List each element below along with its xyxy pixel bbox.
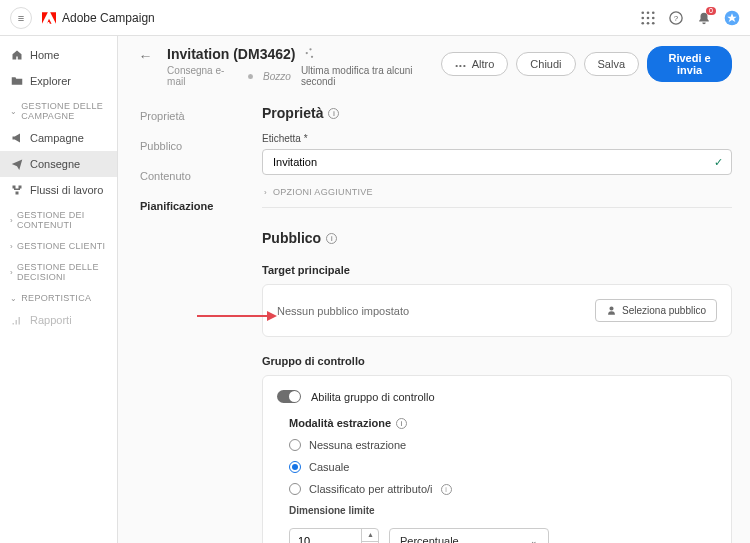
svg-point-14 <box>311 56 313 58</box>
adobe-icon <box>42 11 56 25</box>
radio-none[interactable]: Nessuna estrazione <box>289 439 717 451</box>
info-icon[interactable]: i <box>396 418 407 429</box>
sidenav-label: Campagne <box>30 132 84 144</box>
sidenav-rapporti[interactable]: Rapporti <box>0 307 117 333</box>
tabs: Proprietà Pubblico Contenuto Pianificazi… <box>136 101 236 543</box>
chevron-right-icon: › <box>10 216 13 225</box>
size-type-select[interactable]: Percentuale ⌄ <box>389 528 549 543</box>
sidenav-home[interactable]: Home <box>0 42 117 68</box>
settings-icon[interactable] <box>303 47 315 61</box>
sidenav: Home Explorer ⌄GESTIONE DELLE CAMPAGNE C… <box>0 36 118 543</box>
apps-icon[interactable] <box>640 10 656 26</box>
sidenav-consegne[interactable]: Consegne <box>0 151 117 177</box>
audience-icon <box>606 305 617 316</box>
sidenav-group[interactable]: ›GESTIONE DEI CONTENUTI <box>0 203 117 234</box>
more-button[interactable]: Altro <box>441 52 508 76</box>
accordion-more-options[interactable]: › OPZIONI AGGIUNTIVE <box>262 177 732 208</box>
help-icon[interactable]: ? <box>668 10 684 26</box>
enable-control-toggle[interactable] <box>277 390 301 403</box>
svg-text:?: ? <box>674 13 679 22</box>
folder-icon <box>10 74 24 88</box>
no-audience-text: Nessun pubblico impostato <box>277 305 409 317</box>
sidenav-group[interactable]: ⌄GESTIONE DELLE CAMPAGNE <box>0 94 117 125</box>
sidenav-group[interactable]: ⌄REPORTISTICA <box>0 286 117 307</box>
home-icon <box>10 48 24 62</box>
tab-pianificazione[interactable]: Pianificazione <box>136 191 236 221</box>
menu-toggle[interactable]: ≡ <box>10 7 32 29</box>
chart-icon <box>10 313 24 327</box>
select-audience-button[interactable]: Seleziona pubblico <box>595 299 717 322</box>
radio-attribute[interactable]: Classificato per attributo/i i <box>289 483 717 495</box>
sidenav-label: Flussi di lavoro <box>30 184 103 196</box>
svg-point-7 <box>647 21 650 24</box>
etichetta-input[interactable] <box>262 149 732 175</box>
chevron-down-icon: ⌄ <box>10 107 17 116</box>
svg-point-6 <box>641 21 644 24</box>
app-name: Adobe Campaign <box>62 11 155 25</box>
notification-badge: 0 <box>706 7 716 15</box>
etichetta-label: Etichetta <box>262 133 732 144</box>
svg-point-2 <box>652 11 655 14</box>
send-icon <box>10 157 24 171</box>
back-button[interactable]: ← <box>136 46 155 66</box>
chevron-down-icon: ⌄ <box>530 536 538 543</box>
target-card: Nessun pubblico impostato Seleziona pubb… <box>262 284 732 337</box>
workflow-icon <box>10 183 24 197</box>
sidenav-campagne[interactable]: Campagne <box>0 125 117 151</box>
sidenav-label: Consegne <box>30 158 80 170</box>
sidenav-label: Explorer <box>30 75 71 87</box>
check-icon: ✓ <box>714 156 723 169</box>
tab-proprieta[interactable]: Proprietà <box>136 101 236 131</box>
svg-point-0 <box>641 11 644 14</box>
chevron-down-icon: ⌄ <box>10 294 17 303</box>
app-logo[interactable]: Adobe Campaign <box>42 11 155 25</box>
step-up[interactable]: ▲ <box>362 528 379 542</box>
info-icon[interactable]: i <box>328 108 339 119</box>
info-icon[interactable]: i <box>326 233 337 244</box>
svg-point-5 <box>652 16 655 19</box>
info-icon[interactable]: i <box>441 484 452 495</box>
delivery-type: Consegna e-mail <box>167 65 238 87</box>
control-title: Gruppo di controllo <box>262 355 732 367</box>
sidenav-flussi[interactable]: Flussi di lavoro <box>0 177 117 203</box>
svg-point-4 <box>647 16 650 19</box>
radio-icon <box>289 461 301 473</box>
svg-point-12 <box>310 48 312 50</box>
sidenav-explorer[interactable]: Explorer <box>0 68 117 94</box>
radio-icon <box>289 483 301 495</box>
control-card: Abilita gruppo di controllo Modalità est… <box>262 375 732 543</box>
chevron-right-icon: › <box>264 188 267 197</box>
svg-point-8 <box>652 21 655 24</box>
dot-icon <box>248 74 253 79</box>
radio-random[interactable]: Casuale <box>289 461 717 473</box>
section-pubblico-title: Pubblico i <box>262 230 732 246</box>
sidenav-label: Home <box>30 49 59 61</box>
sidenav-label: Rapporti <box>30 314 72 326</box>
section-proprieta-title: Proprietà i <box>262 105 732 121</box>
size-label: Dimensione limite <box>289 505 717 516</box>
extraction-mode-label: Modalità estrazione i <box>289 417 717 429</box>
chevron-right-icon: › <box>10 268 13 277</box>
owner: Bozzo <box>263 71 291 82</box>
svg-point-1 <box>647 11 650 14</box>
page-title: Invitation (DM3462) <box>167 46 295 62</box>
last-modified: Ultima modifica tra alcuni secondi <box>301 65 441 87</box>
megaphone-icon <box>10 131 24 145</box>
avatar[interactable] <box>724 10 740 26</box>
save-button[interactable]: Salva <box>584 52 640 76</box>
chevron-right-icon: › <box>10 242 13 251</box>
svg-point-3 <box>641 16 644 19</box>
svg-point-13 <box>306 52 308 54</box>
target-title: Target principale <box>262 264 732 276</box>
tab-contenuto[interactable]: Contenuto <box>136 161 236 191</box>
notifications-icon[interactable]: 0 <box>696 10 712 26</box>
review-send-button[interactable]: Rivedi e invia <box>647 46 732 82</box>
tab-pubblico[interactable]: Pubblico <box>136 131 236 161</box>
radio-icon <box>289 439 301 451</box>
sidenav-group[interactable]: ›GESTIONE CLIENTI <box>0 234 117 255</box>
enable-control-label: Abilita gruppo di controllo <box>311 391 435 403</box>
sidenav-group[interactable]: ›GESTIONE DELLE DECISIONI <box>0 255 117 286</box>
close-button[interactable]: Chiudi <box>516 52 575 76</box>
